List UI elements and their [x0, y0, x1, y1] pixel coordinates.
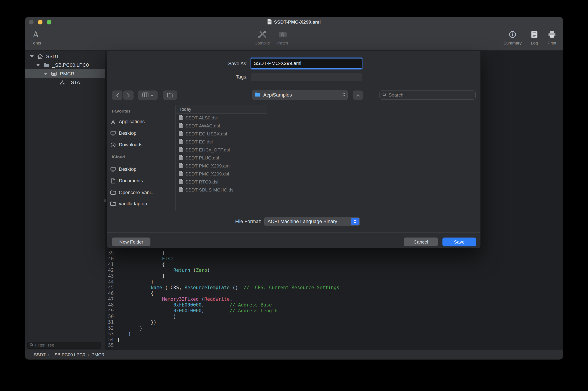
folder-icon: [110, 201, 116, 206]
view-mode-button[interactable]: [138, 91, 158, 100]
tree-item-sta[interactable]: _STA: [25, 78, 105, 87]
code-line: 51 }): [105, 319, 563, 325]
line-number: 39: [105, 250, 114, 256]
file-list-item[interactable]: SSDT-SBUS-MCHC.dsl: [176, 186, 267, 194]
code-line: 50 ): [105, 314, 563, 319]
file-list-column: Today SSDT-ALS0.dslSSDT-AWAC.dslSSDT-EC-…: [176, 105, 267, 211]
file-list-rows: SSDT-ALS0.dslSSDT-AWAC.dslSSDT-EC-USBX.d…: [176, 114, 267, 211]
breadcrumb-item[interactable]: _SB.PC00.LPC0: [52, 352, 85, 357]
acpi-tree: SSDT _SB.PC00.LPC0 PMCR _STA: [25, 52, 105, 87]
filter-tree-input[interactable]: [35, 343, 98, 348]
chevron-down-icon: [150, 93, 153, 97]
code-line: 52 }: [105, 325, 563, 331]
code-text: Name (_CRS, ResourceTemplate () // _CRS:…: [117, 285, 339, 291]
screen: { "window": { "title": "SSDT-PMC-X299.am…: [0, 0, 588, 391]
file-list-item[interactable]: SSDT-ALS0.dsl: [176, 114, 267, 122]
search-icon: [382, 93, 387, 98]
print-icon: [548, 29, 556, 40]
favorites-header: Favorites: [112, 109, 130, 114]
save-button[interactable]: Save: [443, 238, 476, 246]
file-list-item[interactable]: SSDT-EHCx_OFF.dsl: [176, 146, 267, 154]
filter-tree-field[interactable]: [27, 342, 101, 349]
code-line: 43 }: [105, 273, 563, 279]
file-list-item[interactable]: SSDT-PLUG.dsl: [176, 154, 267, 162]
folder-icon: [43, 63, 49, 67]
new-folder-button[interactable]: New Folder: [112, 238, 150, 246]
code-text: }: [117, 279, 154, 285]
document-file-icon: [179, 123, 183, 129]
tags-input[interactable]: [251, 73, 362, 81]
code-line: 39 }: [105, 250, 563, 256]
file-list-item[interactable]: SSDT-PMC-X299.dsl: [176, 170, 267, 178]
back-button[interactable]: [112, 91, 122, 100]
splitter-handle[interactable]: [104, 199, 106, 202]
disclosure-triangle-icon[interactable]: [30, 55, 34, 58]
file-list-item[interactable]: SSDT-RTC0.dsl: [176, 178, 267, 186]
cancel-button[interactable]: Cancel: [404, 238, 438, 246]
sidebar-item-label: Opencore-Vani...: [119, 190, 155, 196]
line-number: 50: [105, 314, 114, 319]
breadcrumb-item[interactable]: SSDT: [34, 352, 46, 357]
summary-info-icon: [509, 29, 516, 40]
line-number: 40: [105, 256, 114, 262]
fonts-button[interactable]: A Fonts: [25, 29, 46, 46]
document-file-icon: [179, 115, 183, 121]
patch-label: Patch: [277, 41, 288, 46]
code-line: 49 0x00010000, // Address Length: [105, 308, 563, 314]
file-name: SSDT-EC-USBX.dsl: [185, 131, 227, 137]
status-bar: SSDT › _SB.PC00.LPC0 › PMCR: [25, 350, 563, 359]
line-number: 44: [105, 279, 114, 285]
forward-button[interactable]: [123, 91, 133, 100]
code-text: 0xFE000000, // Address Base: [117, 302, 272, 308]
file-list-item[interactable]: SSDT-EC.dsl: [176, 138, 267, 146]
sidebar-item-downloads[interactable]: Downloads: [110, 140, 174, 149]
search-field[interactable]: [379, 90, 475, 100]
downloads-icon: [110, 142, 116, 147]
code-text: }: [117, 273, 165, 279]
sidebar-item-documents[interactable]: Documents: [110, 176, 174, 185]
file-list-item[interactable]: SSDT-PMC-X299.aml: [176, 162, 267, 170]
new-folder-icon-button[interactable]: [163, 91, 177, 100]
tree-item-ssdt[interactable]: SSDT: [25, 52, 105, 61]
code-line: 41 {: [105, 262, 563, 267]
file-list-item[interactable]: SSDT-EC-USBX.dsl: [176, 130, 267, 138]
compile-button[interactable]: Compile: [251, 29, 273, 46]
sidebar-item-label: Downloads: [119, 142, 142, 148]
places-sidebar: Favorites Applications Desktop: [107, 105, 176, 211]
sidebar-item-opencore-folder[interactable]: Opencore-Vani...: [110, 188, 174, 197]
document-file-icon: [179, 163, 183, 169]
titlebar[interactable]: SSDT-PMC-X299.aml: [25, 17, 563, 27]
disclosure-triangle-icon[interactable]: [36, 64, 40, 66]
fonts-label: Fonts: [30, 41, 41, 46]
breadcrumb-item[interactable]: PMCR: [92, 352, 105, 357]
sidebar-item-desktop[interactable]: Desktop: [110, 129, 174, 138]
sidebar-item-icloud-desktop[interactable]: Desktop: [110, 165, 174, 174]
line-number: 55: [105, 343, 114, 348]
code-line: 40 Else: [105, 256, 563, 262]
breadcrumb-separator: ›: [48, 352, 49, 357]
print-label: Print: [548, 41, 556, 46]
line-number: 54: [105, 337, 114, 343]
line-number: 47: [105, 296, 114, 302]
code-text: }): [117, 319, 156, 325]
compile-label: Compile: [254, 41, 270, 46]
print-button[interactable]: Print: [541, 29, 563, 46]
file-list-item[interactable]: SSDT-AWAC.dsl: [176, 122, 267, 130]
device-icon: [51, 71, 57, 76]
disclosure-triangle-icon[interactable]: [44, 73, 47, 75]
line-number: 45: [105, 285, 114, 291]
compile-icon: [257, 29, 267, 40]
up-directory-button[interactable]: [353, 91, 363, 100]
tree-item-label: PMCR: [60, 71, 74, 77]
tree-item-pmcr[interactable]: PMCR: [25, 69, 105, 78]
sidebar-item-vanilla-folder[interactable]: vanilla-laptop-...: [110, 199, 174, 208]
save-as-input[interactable]: SSDT-PMC-X299.aml: [251, 58, 362, 69]
patch-button[interactable]: Patch: [272, 29, 293, 46]
sidebar-item-applications[interactable]: Applications: [110, 117, 174, 126]
search-input[interactable]: [389, 92, 473, 98]
tree-item-sb-pc00-lpc0[interactable]: _SB.PC00.LPC0: [25, 61, 105, 69]
file-format-popup[interactable]: ACPI Machine Language Binary: [264, 217, 360, 226]
location-popup[interactable]: AcpiSamples: [252, 90, 348, 100]
line-number: 46: [105, 291, 114, 296]
summary-button[interactable]: Summary: [502, 29, 523, 46]
